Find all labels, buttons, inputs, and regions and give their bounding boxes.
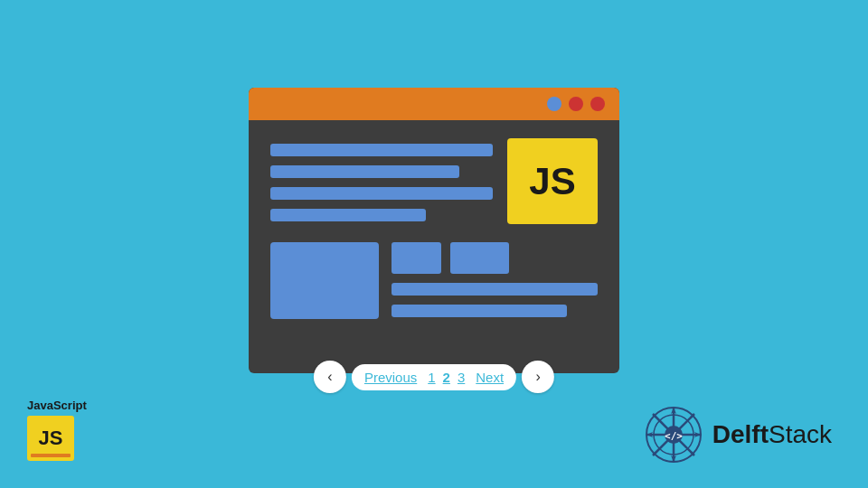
js-badge: JS: [507, 138, 598, 224]
skeleton-small-2: [450, 242, 509, 274]
pagination-links-container: Previous 1 2 3 Next: [352, 364, 516, 390]
browser-titlebar: [249, 88, 619, 120]
window-dot-red1: [569, 97, 583, 111]
skeleton-wide-2: [392, 305, 567, 317]
skeleton-right-blocks: [392, 242, 598, 319]
svg-text:</>: </>: [665, 430, 683, 442]
pagination-next-arrow[interactable]: ›: [522, 361, 554, 393]
delftstack-icon: </>: [646, 407, 702, 463]
delftstack-name-part1: Delft: [712, 420, 769, 448]
skeleton-line-1: [270, 144, 493, 156]
delftstack-branding: </> DelftStack: [646, 407, 832, 463]
browser-mockup: JS ‹ Previous 1 2 3: [249, 88, 619, 373]
skeleton-text-lines: [270, 138, 493, 224]
js-logo-title: JavaScript: [27, 399, 87, 412]
pagination-page-3[interactable]: 3: [458, 370, 465, 385]
pagination-page-2[interactable]: 2: [443, 370, 450, 385]
js-logo-badge-text: JS: [39, 427, 63, 450]
skeleton-wide-1: [392, 283, 598, 296]
skeleton-small-squares: [392, 242, 598, 274]
js-corner-logo: JavaScript JS: [27, 399, 87, 461]
pagination-previous-link[interactable]: Previous: [364, 370, 417, 385]
delftstack-name-part2: Stack: [769, 420, 832, 448]
skeleton-line-2: [270, 165, 459, 178]
window-dot-red2: [590, 97, 605, 111]
bottom-content-area: [270, 242, 598, 319]
delftstack-name: DelftStack: [712, 420, 832, 449]
skeleton-line-3: [270, 187, 493, 200]
pagination: ‹ Previous 1 2 3 Next ›: [314, 361, 554, 393]
pagination-page-1[interactable]: 1: [428, 370, 435, 385]
skeleton-block-large: [270, 242, 379, 319]
js-logo-badge: JS: [27, 416, 74, 461]
skeleton-line-4: [270, 209, 426, 221]
browser-content: JS: [249, 120, 619, 373]
window-dot-blue: [547, 97, 561, 111]
top-content-area: JS: [270, 138, 598, 224]
skeleton-small-1: [392, 242, 441, 274]
pagination-prev-arrow[interactable]: ‹: [314, 361, 346, 393]
pagination-next-link[interactable]: Next: [476, 370, 504, 385]
